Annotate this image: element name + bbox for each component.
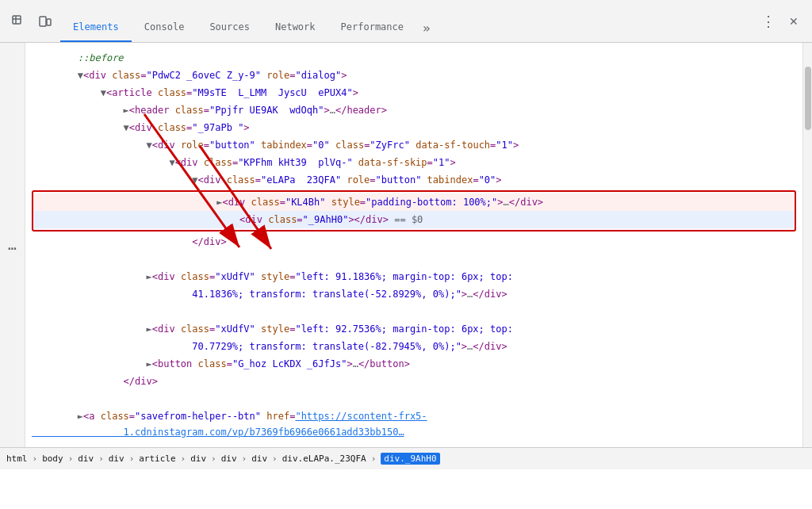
status-item-div2[interactable]: div [109, 454, 124, 464]
tab-network-label: Network [275, 21, 316, 33]
html-line-10[interactable]: <div class="_9AhH0"></div> == $0 [33, 211, 795, 228]
gutter-dots: … [8, 236, 17, 253]
more-options-button[interactable]: ⋮ [756, 10, 780, 33]
status-item-div-9ahh0[interactable]: div._9AhH0 [381, 453, 439, 465]
status-sep-9: › [371, 454, 377, 464]
svg-rect-0 [13, 16, 21, 24]
status-sep-3: › [98, 454, 104, 464]
html-line-8[interactable]: ▼<div class="eLAPa 23QFA" role="button" … [32, 171, 796, 189]
html-line-3[interactable]: ▼<article class="M9sTE L_LMM JyscU ePUX4… [32, 84, 796, 101]
status-sep-4: › [129, 454, 135, 464]
status-item-body[interactable]: body [42, 454, 63, 464]
html-line-17[interactable]: </div> [32, 373, 796, 390]
tab-elements-label: Elements [73, 21, 119, 33]
selector-before: ::before [78, 52, 124, 63]
close-devtools-button[interactable]: ✕ [782, 10, 806, 33]
html-line-15[interactable]: ►<div class="xUdfV" style="left: 92.7536… [32, 320, 796, 338]
tab-sources-label: Sources [209, 21, 250, 33]
status-item-div3[interactable]: div [190, 454, 206, 464]
html-line-13b[interactable]: 41.1836%; transform: translate(-52.8929%… [32, 285, 796, 303]
tab-console[interactable]: Console [132, 13, 197, 42]
status-bar: html › body › div › div › article › div … [0, 447, 812, 469]
scrollbar[interactable] [802, 43, 812, 447]
status-item-div5[interactable]: div [251, 454, 267, 464]
svg-rect-4 [47, 19, 51, 25]
tab-performance[interactable]: Performance [328, 13, 416, 42]
status-item-div1[interactable]: div [78, 454, 94, 464]
html-line-blank2 [32, 303, 796, 320]
toggle-device-button[interactable] [33, 10, 57, 33]
html-panel[interactable]: ::before ▼<div class="PdwC2 _6oveC Z_y-9… [25, 43, 802, 447]
status-sep-2: › [68, 454, 74, 464]
status-item-div-elapa[interactable]: div.eLAPa._23QFA [282, 454, 366, 464]
html-line-6[interactable]: ▼<div role="button" tabindex="0" class="… [32, 136, 796, 154]
status-item-html[interactable]: html [6, 454, 28, 464]
close-icon: ✕ [789, 15, 799, 28]
html-line-1[interactable]: ::before [32, 49, 796, 67]
red-box: ►<div class="KL4Bh" style="padding-botto… [32, 190, 796, 232]
scrollbar-thumb[interactable] [805, 67, 811, 130]
svg-rect-3 [40, 17, 46, 26]
more-tabs-button[interactable]: » [416, 13, 437, 42]
devtools-actions: ⋮ ✕ [756, 10, 806, 33]
html-line-16[interactable]: ►<button class="G_hoz LcKDX _6JfJs">…</b… [32, 355, 796, 373]
html-line-11[interactable]: </div> [32, 233, 796, 251]
html-line-5[interactable]: ▼<div class="_97aPb "> [32, 119, 796, 136]
tab-elements[interactable]: Elements [60, 13, 132, 42]
tab-sources[interactable]: Sources [197, 13, 262, 42]
status-item-div4[interactable]: div [221, 454, 237, 464]
tab-performance-label: Performance [341, 21, 404, 33]
tab-console-label: Console [144, 21, 185, 33]
devtools-topbar: Elements Console Sources Network Perform… [0, 0, 812, 43]
main-area: … ::before ▼<div class="PdwC2 _6oveC Z_y… [0, 43, 812, 447]
html-line-blank1 [32, 251, 796, 268]
more-options-icon: ⋮ [761, 13, 776, 30]
devtools-tabs: Elements Console Sources Network Perform… [60, 0, 753, 42]
status-sep-7: › [242, 454, 247, 464]
html-line-blank3 [32, 390, 796, 408]
tab-network[interactable]: Network [262, 13, 328, 42]
html-line-19[interactable]: ►<a class="savefrom-helper--btn" href="h… [32, 408, 796, 441]
inspect-element-button[interactable] [6, 10, 30, 33]
html-line-13[interactable]: ►<div class="xUdfV" style="left: 91.1836… [32, 268, 796, 285]
html-line-2[interactable]: ▼<div class="PdwC2 _6oveC Z_y-9" role="d… [32, 67, 796, 84]
status-item-article[interactable]: article [139, 454, 175, 464]
status-sep-1: › [33, 454, 38, 464]
html-line-9[interactable]: ►<div class="KL4Bh" style="padding-botto… [33, 193, 795, 211]
status-sep-8: › [272, 454, 278, 464]
html-line-7[interactable]: ▼<div class="KPFhm kHt39 plVq-" data-sf-… [32, 154, 796, 171]
highlight-region: ►<div class="KL4Bh" style="padding-botto… [32, 190, 796, 232]
html-line-4[interactable]: ►<header class="Ppjfr UE9AK wdOqh">…</he… [32, 101, 796, 119]
status-sep-5: › [181, 454, 186, 464]
more-tabs-icon: » [423, 21, 431, 36]
left-gutter: … [0, 43, 25, 447]
html-content: ::before ▼<div class="PdwC2 _6oveC Z_y-9… [25, 46, 802, 444]
html-line-15b[interactable]: 70.7729%; transform: translate(-82.7945%… [32, 338, 796, 355]
status-sep-6: › [211, 454, 216, 464]
